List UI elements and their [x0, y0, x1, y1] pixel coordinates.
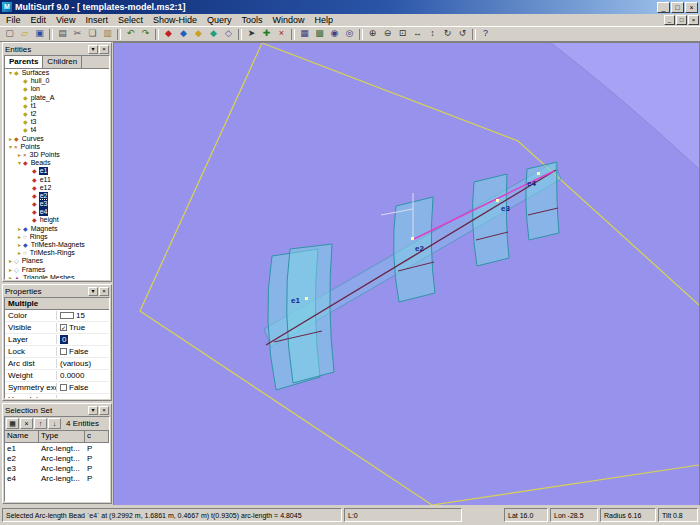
property-value[interactable]: 0.0000	[57, 371, 109, 380]
new-button[interactable]: ▢	[2, 27, 17, 41]
tree-item-triangle-meshes[interactable]: ▸▲Triangle Meshes	[5, 274, 109, 280]
template-surface-t4[interactable]	[526, 162, 559, 240]
pan-vertical-button[interactable]: ↕	[425, 27, 440, 41]
tree-expander-icon[interactable]: ▸	[16, 151, 23, 159]
tree-item-planes[interactable]: ▸◇Planes	[5, 257, 109, 265]
move-up-button[interactable]: ↑	[34, 418, 47, 429]
tree-expander-icon[interactable]: ▸	[16, 249, 23, 257]
save-button[interactable]: ▣	[32, 27, 47, 41]
plane-entity-button[interactable]: ◇	[221, 27, 236, 41]
hide-entity-button[interactable]: ◉	[327, 27, 342, 41]
property-value[interactable]: 0	[57, 335, 109, 344]
tree-item-e3[interactable]: ◆e3	[5, 200, 109, 208]
selection-panel-menu-icon[interactable]: ▾	[88, 406, 98, 415]
column-header-type[interactable]: Type	[39, 431, 85, 442]
tree-item-e1[interactable]: ◆e1	[5, 167, 109, 175]
tree-item-hull-0[interactable]: ◆hull_0	[5, 77, 109, 85]
tree-item-curves[interactable]: ▸◆Curves	[5, 135, 109, 143]
tree-expander-icon[interactable]: ▸	[7, 135, 14, 143]
tree-item-t3[interactable]: ◆t3	[5, 118, 109, 126]
viewport-3d[interactable]: e1 e2 e3 e4	[113, 42, 700, 506]
tree-item-trimesh-rings[interactable]: ▸○TriMesh-Rings	[5, 249, 109, 257]
point-entity-button[interactable]: ◆	[161, 27, 176, 41]
rotate-back-button[interactable]: ↺	[455, 27, 470, 41]
tree-item-magnets[interactable]: ▸◆Magnets	[5, 225, 109, 233]
checkbox-icon[interactable]: ✓	[60, 324, 67, 331]
delete-entity-button[interactable]: ×	[274, 27, 289, 41]
add-entity-button[interactable]: ✚	[259, 27, 274, 41]
show-all-button[interactable]: ◎	[342, 27, 357, 41]
redo-button[interactable]: ↷	[138, 27, 153, 41]
menu-view[interactable]: View	[51, 15, 80, 25]
minimize-button[interactable]: _	[657, 2, 670, 13]
tree-item-plate-a[interactable]: ◆plate_A	[5, 94, 109, 102]
entities-panel-menu-icon[interactable]: ▾	[88, 45, 98, 54]
template-surface-t1b[interactable]	[287, 244, 334, 383]
help-button[interactable]: ?	[478, 27, 493, 41]
bead-label-e1[interactable]: e1	[291, 296, 300, 305]
tree-item-e11[interactable]: ◆e11	[5, 175, 109, 183]
child-close-button[interactable]: ×	[688, 15, 699, 25]
paste-button[interactable]: ▥	[100, 27, 115, 41]
menu-query[interactable]: Query	[202, 15, 237, 25]
selection-row-e2[interactable]: e2Arc-lengt...P	[5, 453, 109, 463]
cut-button[interactable]: ✂	[70, 27, 85, 41]
property-value[interactable]: False	[57, 383, 109, 392]
tree-item-t2[interactable]: ◆t2	[5, 110, 109, 118]
tab-parents[interactable]: Parents	[5, 56, 43, 68]
select-mode-button[interactable]: ➤	[244, 27, 259, 41]
tree-expander-icon[interactable]: ▸	[7, 274, 14, 280]
menu-window[interactable]: Window	[267, 15, 309, 25]
menu-edit[interactable]: Edit	[26, 15, 52, 25]
menu-file[interactable]: File	[1, 15, 26, 25]
3d-scene[interactable]: e1 e2 e3 e4	[114, 43, 699, 505]
column-header-name[interactable]: Name	[5, 431, 39, 442]
zoom-in-button[interactable]: ⊕	[365, 27, 380, 41]
move-down-button[interactable]: ↓	[48, 418, 61, 429]
clear-selection-button[interactable]: ×	[20, 418, 33, 429]
tree-expander-icon[interactable]: ▾	[16, 159, 23, 167]
surface-entity-button[interactable]: ◆	[191, 27, 206, 41]
tree-item-e4[interactable]: ◆e4	[5, 208, 109, 216]
tree-item-points[interactable]: ▾×Points	[5, 143, 109, 151]
selection-row-e4[interactable]: e4Arc-lengt...P	[5, 473, 109, 483]
property-value[interactable]: (various)	[57, 359, 109, 368]
close-button[interactable]: ×	[685, 2, 698, 13]
bead-marker-e1[interactable]	[305, 297, 308, 300]
tree-expander-icon[interactable]: ▸	[16, 241, 23, 249]
child-minimize-button[interactable]: _	[664, 15, 675, 25]
bead-label-e3[interactable]: e3	[501, 204, 510, 213]
menu-help[interactable]: Help	[310, 15, 339, 25]
template-surface-t3[interactable]	[473, 174, 509, 266]
property-value[interactable]: False	[57, 347, 109, 356]
restore-button[interactable]: □	[671, 2, 684, 13]
tab-children[interactable]: Children	[43, 56, 82, 68]
menu-insert[interactable]: Insert	[80, 15, 113, 25]
solid-entity-button[interactable]: ◆	[206, 27, 221, 41]
tree-item-trimesh-magnets[interactable]: ▸◆TriMesh-Magnets	[5, 241, 109, 249]
tree-item-lon[interactable]: ◆lon	[5, 85, 109, 93]
menu-select[interactable]: Select	[113, 15, 148, 25]
pan-horizontal-button[interactable]: ↔	[410, 27, 425, 41]
selection-row-e1[interactable]: e1Arc-lengt...P	[5, 443, 109, 453]
selection-row-e3[interactable]: e3Arc-lengt...P	[5, 463, 109, 473]
menu-show-hide[interactable]: Show-Hide	[148, 15, 202, 25]
bead-marker-e2[interactable]	[411, 237, 414, 240]
tree-item-beads[interactable]: ▾◆Beads	[5, 159, 109, 167]
checkbox-icon[interactable]	[60, 384, 67, 391]
tree-expander-icon[interactable]: ▸	[16, 233, 23, 241]
properties-panel-close-icon[interactable]: ×	[99, 287, 109, 296]
open-button[interactable]: ▱	[17, 27, 32, 41]
zoom-window-button[interactable]: ⊡	[395, 27, 410, 41]
tree-expander-icon[interactable]: ▸	[7, 257, 14, 265]
properties-panel-menu-icon[interactable]: ▾	[88, 287, 98, 296]
child-restore-button[interactable]: □	[676, 15, 687, 25]
tree-item-3d-points[interactable]: ▸×3D Points	[5, 151, 109, 159]
shaded-view-button[interactable]: ▩	[312, 27, 327, 41]
copy-button[interactable]: ❏	[85, 27, 100, 41]
bead-marker-e3[interactable]	[496, 199, 499, 202]
tree-expander-icon[interactable]: ▸	[7, 266, 14, 274]
selection-panel-close-icon[interactable]: ×	[99, 406, 109, 415]
tree-item-t1[interactable]: ◆t1	[5, 102, 109, 110]
checkbox-icon[interactable]	[60, 348, 67, 355]
